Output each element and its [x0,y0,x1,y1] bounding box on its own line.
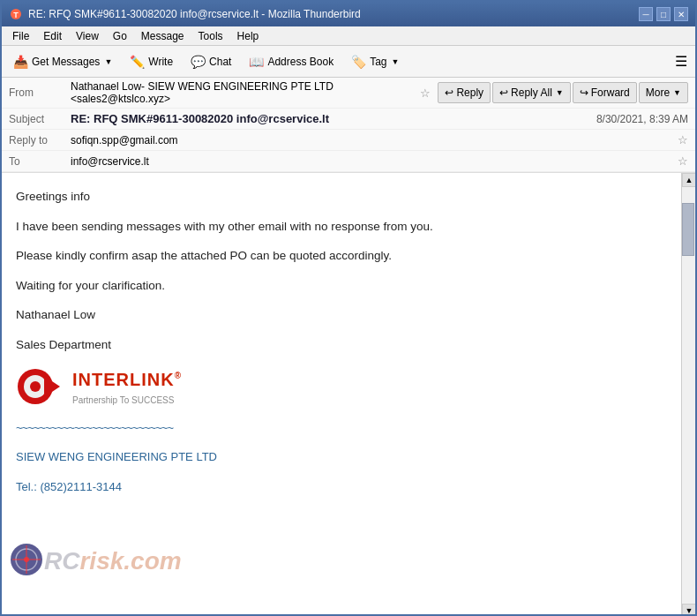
paragraph3-text: Waiting for your clarification. [16,276,667,296]
get-messages-button[interactable]: 📥 Get Messages ▼ [5,49,120,74]
minimize-button[interactable]: ─ [639,7,653,21]
paragraph2-text: Please kindly confirm asap the attached … [16,246,667,266]
email-body-wrapper: Greetings info I have been sending messa… [2,173,695,616]
more-button[interactable]: More ▼ [639,82,688,103]
svg-text:T: T [13,11,19,19]
toolbar-menu-icon: ☰ [675,53,687,70]
to-row: To info@rcservice.lt ☆ [2,151,695,172]
company-logo: INTERLINK® Partnership To SUCCESS [16,365,667,408]
get-messages-dropdown-icon: ▼ [104,57,112,66]
email-body: Greetings info I have been sending messa… [2,173,681,616]
reply-to-star-icon[interactable]: ☆ [678,133,688,146]
logo-text: INTERLINK® Partnership To SUCCESS [72,365,182,408]
email-actions: ↩ Reply ↩ Reply All ▼ ↪ Forward More ▼ [438,82,688,103]
more-label: More [646,86,670,99]
reply-icon: ↩ [445,86,453,99]
address-book-label: Address Book [267,56,334,68]
scrollbar-up-button[interactable]: ▲ [682,173,695,187]
forward-label: Forward [591,86,630,99]
logo-tagline: Partnership To SUCCESS [72,394,182,408]
signature-name: Nathanael Low [16,305,667,325]
tilde-separator: ~~~~~~~~~~~~~~~~~~~~~~~~~~~ [16,421,173,434]
logo-graphic [16,367,65,406]
menu-file[interactable]: File [5,28,36,44]
from-label: From [9,86,71,99]
menu-edit[interactable]: Edit [36,28,69,44]
to-value: info@rcservice.lt [71,155,674,168]
more-dropdown-icon: ▼ [673,88,681,97]
window-controls: ─ □ ✕ [639,7,688,21]
get-messages-label: Get Messages [32,56,100,68]
from-value: Nathanael Low- SIEW WENG ENGINEERING PTE… [71,80,416,105]
reply-all-icon: ↩ [499,86,508,99]
tag-label: Tag [370,56,386,68]
from-star-icon[interactable]: ☆ [420,86,431,100]
app-icon: T [9,7,23,21]
email-header: From Nathanael Low- SIEW WENG ENGINEERIN… [2,78,695,173]
reply-all-dropdown-icon: ▼ [556,88,564,97]
menu-tools[interactable]: Tools [191,28,230,44]
close-button[interactable]: ✕ [674,7,688,21]
subject-value: RE: RFQ SMK#9611-30082020 info@rcservice… [71,112,596,125]
write-label: Write [148,56,173,68]
toolbar-menu-button[interactable]: ☰ [671,49,692,74]
reply-to-label: Reply to [9,134,71,146]
chat-label: Chat [209,56,231,68]
menu-message[interactable]: Message [134,28,191,44]
chat-icon: 💬 [191,55,206,69]
email-date: 8/30/2021, 8:39 AM [596,113,688,125]
get-messages-icon: 📥 [13,55,28,69]
tag-button[interactable]: 🏷️ Tag ▼ [343,49,407,74]
paragraph1-text: I have been sending messages with my oth… [16,217,667,237]
tel-text: Tel.: (852)2111-3144 [16,480,122,493]
menu-view[interactable]: View [69,28,106,44]
menu-go[interactable]: Go [106,28,134,44]
forward-button[interactable]: ↪ Forward [573,82,637,103]
reply-label: Reply [456,86,483,99]
to-label: To [9,155,71,168]
tag-icon: 🏷️ [351,55,366,69]
svg-point-4 [30,381,41,392]
maximize-button[interactable]: □ [656,7,671,21]
address-book-icon: 📖 [249,55,264,69]
title-bar: T RE: RFQ SMK#9611-30082020 info@rcservi… [2,2,695,26]
logo-brand-name: INTERLINK® [72,365,182,394]
subject-label: Subject [9,113,71,125]
toolbar: 📥 Get Messages ▼ ✏️ Write 💬 Chat 📖 Addre… [2,46,695,78]
reply-all-label: Reply All [511,86,552,99]
chat-button[interactable]: 💬 Chat [183,49,239,74]
menu-help[interactable]: Help [230,28,266,44]
from-row: From Nathanael Low- SIEW WENG ENGINEERIN… [2,78,695,109]
reply-button[interactable]: ↩ Reply [438,82,491,103]
reply-to-row: Reply to sofiqn.spp@gmail.com ☆ [2,130,695,151]
scrollbar-down-button[interactable]: ▼ [682,604,695,616]
reply-all-button[interactable]: ↩ Reply All ▼ [492,82,571,103]
write-icon: ✏️ [130,55,145,69]
forward-icon: ↪ [580,86,588,99]
address-book-button[interactable]: 📖 Address Book [241,49,341,74]
reply-to-value: sofiqn.spp@gmail.com [71,134,674,146]
write-button[interactable]: ✏️ Write [122,49,181,74]
window-title: RE: RFQ SMK#9611-30082020 info@rcservice… [28,8,639,20]
scrollbar-thumb[interactable] [682,203,694,256]
greeting-text: Greetings info [16,187,667,207]
signature-dept: Sales Department [16,335,667,355]
to-star-icon[interactable]: ☆ [678,154,688,168]
company-name-link[interactable]: SIEW WENG ENGINEERING PTE LTD [16,450,217,463]
tag-dropdown-icon: ▼ [392,57,400,66]
scrollbar-track[interactable]: ▲ ▼ [681,173,695,616]
subject-row: Subject RE: RFQ SMK#9611-30082020 info@r… [2,109,695,130]
menu-bar: File Edit View Go Message Tools Help [2,26,695,46]
